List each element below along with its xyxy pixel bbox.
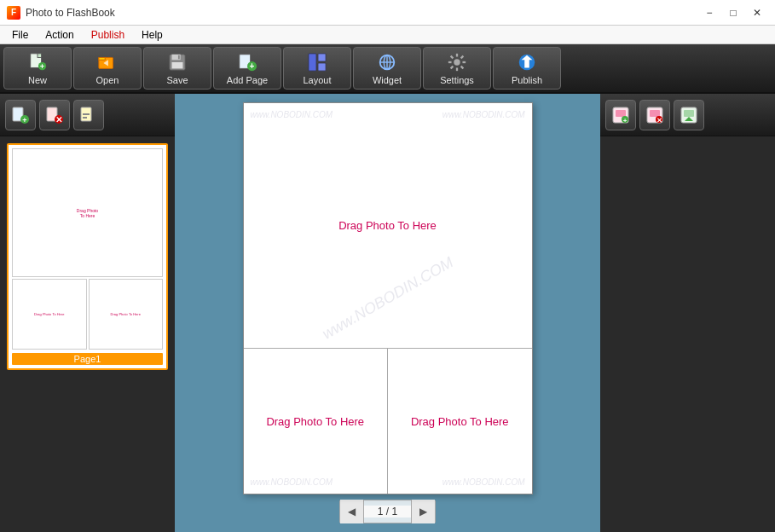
open-label: Open (96, 75, 119, 85)
new-icon: + (27, 52, 48, 72)
right-btn-2[interactable]: ✕ (639, 100, 670, 130)
svg-point-21 (454, 59, 460, 65)
window-controls: − □ ✕ (698, 3, 768, 22)
layout-icon (307, 52, 327, 72)
widget-label: Widget (373, 75, 402, 85)
app-icon: F (7, 6, 20, 20)
svg-line-29 (451, 66, 454, 68)
save-label: Save (166, 75, 188, 85)
toolbar-layout-button[interactable]: Layout (283, 47, 351, 90)
drop-text-bottom-right: Drag Photo To Here (411, 415, 509, 428)
close-button[interactable]: ✕ (746, 3, 768, 22)
svg-rect-15 (318, 53, 326, 61)
maximize-button[interactable]: □ (722, 3, 744, 22)
svg-line-28 (461, 55, 464, 58)
open-icon (97, 52, 118, 72)
page-nav: ◀ 1 / 1 ▶ (339, 500, 436, 523)
page-indicator: 1 / 1 (364, 506, 411, 518)
prev-page-button[interactable]: ◀ (340, 500, 364, 523)
svg-line-26 (451, 55, 454, 58)
next-page-button[interactable]: ▶ (411, 500, 435, 523)
page-thumbnail[interactable]: Drag PhotoTo Here Drag Photo To Here Dra… (7, 143, 168, 370)
toolbar-new-button[interactable]: + New (3, 47, 72, 90)
right-btn-1[interactable]: + (605, 100, 636, 130)
add-page-small-button[interactable]: + (5, 100, 36, 130)
svg-rect-10 (178, 55, 180, 59)
thumbnail-inner: Drag PhotoTo Here Drag Photo To Here Dra… (12, 148, 163, 350)
new-label: New (28, 75, 47, 85)
main-area: + ✕ Dr (0, 94, 775, 532)
svg-rect-5 (99, 57, 105, 60)
thumb-drop-top: Drag PhotoTo Here (12, 148, 163, 277)
title-bar-left: F Photo to FlashBook (7, 6, 115, 20)
drop-text-top: Drag Photo To Here (338, 219, 437, 232)
left-panel: + ✕ Dr (0, 94, 175, 532)
addpage-label: Add Page (227, 75, 268, 85)
menu-publish[interactable]: Publish (83, 27, 133, 43)
svg-text:+: + (22, 116, 26, 124)
svg-text:+: + (40, 62, 45, 71)
svg-text:+: + (623, 117, 628, 124)
svg-rect-50 (684, 110, 694, 117)
svg-line-27 (461, 66, 464, 68)
drop-zone-bottom-left[interactable]: Drag Photo To Here (244, 349, 389, 494)
left-panel-toolbar: + ✕ (0, 94, 175, 136)
drop-zone-bottom-right[interactable]: Drag Photo To Here (388, 349, 532, 494)
save-icon (167, 52, 188, 72)
layout-label: Layout (303, 75, 331, 85)
pages-area: Drag PhotoTo Here Drag Photo To Here Dra… (0, 136, 175, 532)
page-settings-button[interactable] (73, 100, 104, 130)
canvas-wrap: www.NOBODIN.COM www.NOBODIN.COM www.NOBO… (183, 102, 592, 494)
title-bar: F Photo to FlashBook − □ ✕ (0, 0, 775, 26)
menu-bar: File Action Publish Help (0, 26, 775, 44)
publish-label: Publish (512, 75, 542, 85)
thumb-drop-top-text: Drag PhotoTo Here (77, 208, 98, 218)
toolbar-widget-button[interactable]: Widget (353, 47, 421, 90)
menu-action[interactable]: Action (37, 27, 82, 43)
toolbar-publish-button[interactable]: Publish (493, 47, 561, 90)
toolbar-open-button[interactable]: Open (73, 47, 142, 90)
svg-text:✕: ✕ (55, 115, 62, 124)
svg-rect-9 (172, 62, 183, 68)
settings-icon (447, 52, 467, 72)
toolbar-addpage-button[interactable]: + Add Page (213, 47, 281, 90)
remove-page-button[interactable]: ✕ (39, 100, 70, 130)
right-panel: + ✕ (600, 94, 775, 532)
menu-help[interactable]: Help (133, 27, 171, 43)
settings-label: Settings (440, 75, 474, 85)
window-title: Photo to FlashBook (26, 7, 115, 19)
addpage-icon: + (237, 52, 257, 72)
svg-rect-14 (309, 53, 316, 70)
menu-file[interactable]: File (3, 27, 37, 43)
svg-rect-16 (318, 62, 326, 70)
drop-text-bottom-left: Drag Photo To Here (266, 415, 364, 428)
page-label: Page1 (12, 353, 163, 365)
svg-text:✕: ✕ (656, 117, 662, 124)
canvas-page[interactable]: www.NOBODIN.COM www.NOBODIN.COM www.NOBO… (243, 102, 533, 494)
right-panel-toolbar: + ✕ (600, 94, 775, 136)
thumb-drop-left: Drag Photo To Here (12, 279, 87, 350)
right-btn-3[interactable] (674, 100, 704, 130)
widget-icon (377, 52, 397, 72)
thumb-bottom: Drag Photo To Here Drag Photo To Here (12, 279, 163, 350)
svg-rect-46 (650, 110, 660, 117)
drop-zone-top[interactable]: Drag Photo To Here (244, 103, 532, 349)
minimize-button[interactable]: − (698, 3, 720, 22)
drop-zone-bottom: Drag Photo To Here Drag Photo To Here (244, 349, 532, 494)
toolbar-settings-button[interactable]: Settings (423, 47, 491, 90)
thumb-drop-right: Drag Photo To Here (89, 279, 164, 350)
toolbar: + New Open Save (0, 44, 775, 94)
publish-icon (517, 52, 537, 72)
svg-text:+: + (250, 61, 255, 71)
svg-rect-42 (616, 110, 626, 117)
center-area: www.NOBODIN.COM www.NOBODIN.COM www.NOBO… (175, 94, 600, 532)
toolbar-save-button[interactable]: Save (143, 47, 211, 90)
svg-rect-1 (38, 53, 42, 57)
svg-rect-40 (83, 117, 87, 119)
svg-rect-39 (83, 113, 90, 115)
